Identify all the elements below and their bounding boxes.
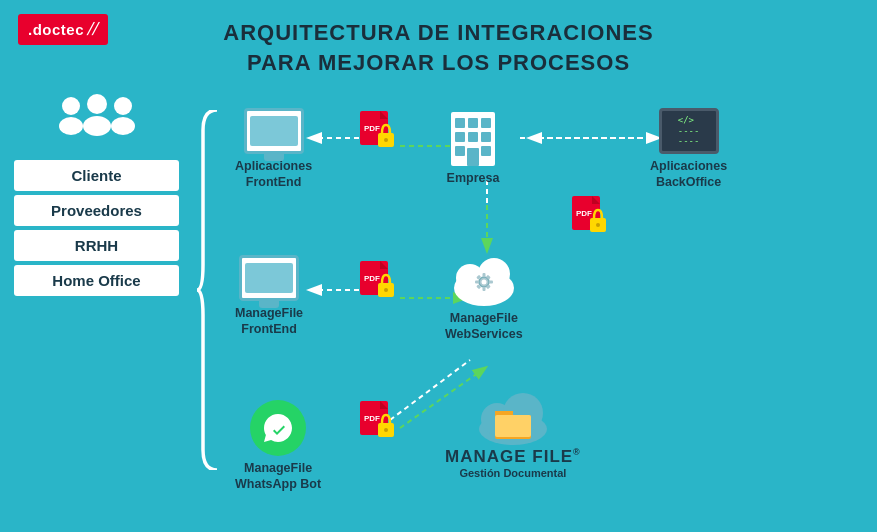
managefile-ws-label: ManageFile WebServices bbox=[445, 310, 523, 343]
pdf-lock-top: PDF bbox=[358, 105, 396, 149]
backoffice-monitor-icon: </>-------- bbox=[659, 108, 719, 154]
curly-brace bbox=[195, 110, 225, 470]
managefile-doc-title-area: MANAGE FILE® Gestión Documental bbox=[445, 447, 581, 479]
logo: .doctec // bbox=[18, 14, 108, 45]
empresa-label: Empresa bbox=[445, 170, 501, 186]
svg-rect-34 bbox=[475, 281, 479, 284]
svg-rect-20 bbox=[481, 118, 491, 128]
svg-rect-32 bbox=[482, 273, 485, 277]
svg-rect-24 bbox=[455, 146, 465, 156]
logo-text: .doctec bbox=[28, 21, 84, 38]
svg-rect-22 bbox=[468, 132, 478, 142]
svg-rect-23 bbox=[481, 132, 491, 142]
pdf-lock-manage: PDF bbox=[358, 255, 396, 299]
node-empresa: Empresa bbox=[445, 108, 501, 186]
managefile-fe-label: ManageFile FrontEnd bbox=[235, 305, 303, 338]
node-frontend: Aplicaciones FrontEnd bbox=[235, 108, 312, 191]
sidebar-item-proveedores[interactable]: Proveedores bbox=[14, 195, 179, 226]
frontend-label: Aplicaciones FrontEnd bbox=[235, 158, 312, 191]
page-header: ARQUITECTURA DE INTEGRACIONES PARA MEJOR… bbox=[0, 0, 877, 87]
sidebar-item-homeoffice[interactable]: Home Office bbox=[14, 265, 179, 296]
whatsapp-icon bbox=[250, 400, 306, 456]
svg-point-55 bbox=[596, 223, 600, 227]
whatsapp-label: ManageFile WhatsApp Bot bbox=[235, 460, 321, 493]
diagram-area: Empresa --> ManageFile WS --> bbox=[190, 90, 867, 522]
svg-rect-45 bbox=[495, 415, 531, 437]
svg-point-31 bbox=[481, 280, 486, 285]
svg-point-2 bbox=[62, 97, 80, 115]
svg-point-3 bbox=[59, 117, 83, 135]
svg-text:PDF: PDF bbox=[364, 414, 380, 423]
svg-point-4 bbox=[114, 97, 132, 115]
frontend-monitor-icon bbox=[244, 108, 304, 154]
svg-rect-18 bbox=[455, 118, 465, 128]
node-managefile-frontend: ManageFile FrontEnd bbox=[235, 255, 303, 338]
node-managefile-webservices: ManageFile WebServices bbox=[445, 250, 523, 343]
svg-rect-25 bbox=[481, 146, 491, 156]
svg-point-1 bbox=[83, 116, 111, 136]
node-whatsapp-bot: ManageFile WhatsApp Bot bbox=[235, 400, 321, 493]
svg-point-5 bbox=[111, 117, 135, 135]
svg-rect-19 bbox=[468, 118, 478, 128]
sidebar-item-cliente[interactable]: Cliente bbox=[14, 160, 179, 191]
svg-point-0 bbox=[87, 94, 107, 114]
people-icon bbox=[14, 90, 179, 152]
svg-point-50 bbox=[384, 138, 388, 142]
node-managefile-doc: MANAGE FILE® Gestión Documental bbox=[445, 385, 581, 479]
left-sidebar: Cliente Proveedores RRHH Home Office bbox=[14, 90, 179, 300]
svg-rect-35 bbox=[489, 281, 493, 284]
managefile-doc-title: MANAGE FILE® bbox=[445, 447, 581, 466]
node-backoffice: </>-------- Aplicaciones BackOffice bbox=[650, 108, 727, 191]
backoffice-label: Aplicaciones BackOffice bbox=[650, 158, 727, 191]
svg-text:PDF: PDF bbox=[364, 274, 380, 283]
managefile-fe-monitor-icon bbox=[239, 255, 299, 301]
logo-slash: // bbox=[85, 19, 101, 40]
svg-point-60 bbox=[384, 288, 388, 292]
svg-rect-21 bbox=[455, 132, 465, 142]
managefile-doc-subtitle: Gestión Documental bbox=[445, 467, 581, 479]
svg-text:PDF: PDF bbox=[576, 209, 592, 218]
sidebar-item-rrhh[interactable]: RRHH bbox=[14, 230, 179, 261]
svg-text:PDF: PDF bbox=[364, 124, 380, 133]
page-title: ARQUITECTURA DE INTEGRACIONES PARA MEJOR… bbox=[0, 18, 877, 77]
pdf-lock-whatsapp: PDF bbox=[358, 395, 396, 439]
pdf-lock-empresa: PDF bbox=[570, 190, 608, 234]
svg-point-65 bbox=[384, 428, 388, 432]
svg-rect-26 bbox=[467, 148, 479, 166]
svg-rect-33 bbox=[482, 287, 485, 291]
